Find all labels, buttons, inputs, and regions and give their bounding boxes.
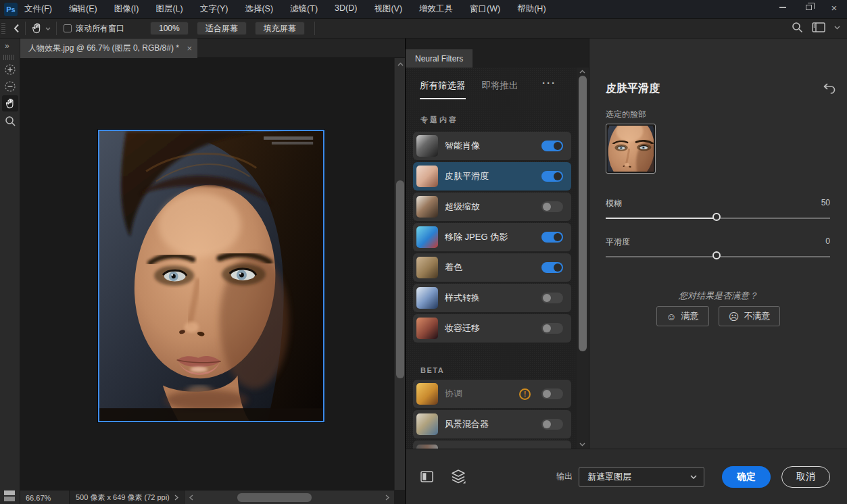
chevron-down-icon[interactable] — [834, 26, 840, 30]
fit-screen-button[interactable]: 适合屏幕 — [197, 22, 247, 35]
zoom-out-button[interactable] — [2, 78, 18, 95]
layers-icon[interactable] — [451, 470, 466, 484]
filter-thumbnail — [416, 383, 438, 405]
scroll-all-windows-label: 滚动所有窗口 — [76, 23, 124, 34]
feedback-question: 您对结果是否满意？ — [589, 290, 847, 302]
smoothness-slider[interactable] — [606, 251, 830, 261]
filter-toggle[interactable] — [541, 171, 563, 182]
tab-all-filters[interactable]: 所有筛选器 — [420, 80, 466, 99]
menu-select[interactable]: 选择(S) — [245, 3, 273, 15]
scroll-all-windows-checkbox[interactable] — [64, 24, 72, 32]
filter-item-partial[interactable] — [413, 440, 571, 449]
menu-filter[interactable]: 滤镜(T) — [290, 3, 318, 15]
filter-thumbnail — [416, 287, 438, 309]
skin-smoothing-settings-panel: 皮肤平滑度 选定的脸部 模糊 50 平滑度 0 您对结果是否满意？ ☺ 满意 — [589, 39, 847, 449]
chevron-down-icon[interactable] — [45, 27, 51, 30]
filter-scroll-thumb[interactable] — [579, 76, 587, 351]
filter-item-super-zoom[interactable]: 超级缩放 — [413, 193, 571, 221]
tab-close-icon[interactable]: × — [187, 43, 192, 53]
document-image[interactable] — [98, 130, 324, 422]
filter-toggle[interactable] — [541, 232, 563, 243]
blur-slider-handle[interactable] — [712, 213, 721, 221]
menu-edit[interactable]: 编辑(E) — [69, 3, 97, 15]
filter-toggle[interactable] — [541, 323, 563, 334]
filter-item-jpeg-artifacts-removal[interactable]: 移除 JPEG 伪影 — [413, 223, 571, 251]
filter-toggle[interactable] — [541, 293, 563, 303]
canvas-area[interactable] — [20, 58, 394, 490]
zoom-100-button[interactable]: 100% — [150, 22, 189, 35]
more-options-icon[interactable]: ··· — [542, 77, 556, 89]
separator — [56, 22, 57, 35]
back-chevron-icon[interactable] — [14, 24, 20, 33]
menu-window[interactable]: 窗口(W) — [470, 3, 500, 15]
expand-panels-icon[interactable]: » — [5, 41, 9, 51]
smoothness-slider-handle[interactable] — [712, 251, 721, 259]
background-color-swatch[interactable] — [4, 497, 15, 501]
hand-tool-button[interactable] — [2, 95, 18, 111]
menu-type[interactable]: 文字(Y) — [200, 3, 228, 15]
photoshop-logo: Ps — [4, 3, 18, 16]
filter-item-harmonization[interactable]: 协调 ! — [413, 380, 571, 408]
restore-button[interactable] — [796, 0, 821, 15]
canvas-vertical-scrollbar[interactable] — [394, 58, 405, 490]
filter-thumbnail — [416, 166, 438, 187]
before-after-preview-icon[interactable] — [420, 470, 433, 483]
document-tab[interactable]: 人物效果.jpg @ 66.7% (图层 0, RGB/8#) * × — [20, 39, 197, 58]
filter-thumbnail — [416, 196, 438, 218]
vertical-scroll-thumb[interactable] — [396, 180, 404, 378]
menu-3d[interactable]: 3D(D) — [335, 3, 357, 15]
scroll-down-icon[interactable] — [578, 443, 586, 447]
output-dropdown-value: 新遮罩图层 — [587, 471, 690, 483]
filter-item-style-transfer[interactable]: 样式转换 — [413, 284, 571, 312]
scroll-up-icon[interactable] — [578, 70, 586, 74]
filter-toggle[interactable] — [541, 262, 563, 273]
blur-slider[interactable] — [606, 213, 830, 223]
filter-toggle[interactable] — [541, 388, 563, 399]
reset-icon[interactable] — [823, 83, 836, 95]
filter-toggle[interactable] — [541, 419, 563, 430]
tab-coming-soon[interactable]: 即将推出 — [482, 80, 518, 99]
menu-view[interactable]: 视图(V) — [374, 3, 402, 15]
filter-item-skin-smoothing[interactable]: 皮肤平滑度 — [413, 162, 571, 191]
canvas-horizontal-scrollbar[interactable] — [184, 490, 394, 504]
smiley-icon: ☺ — [667, 311, 677, 322]
horizontal-scroll-thumb[interactable] — [237, 493, 312, 502]
filter-item-landscape-mixer[interactable]: 风景混合器 — [413, 410, 571, 438]
filter-toggle[interactable] — [541, 141, 563, 151]
menu-file[interactable]: 文件(F) — [24, 3, 52, 15]
selected-face-thumbnail[interactable] — [606, 124, 656, 174]
menu-help[interactable]: 帮助(H) — [517, 3, 546, 15]
workspace-icon[interactable] — [812, 22, 825, 32]
neural-filters-footer: 输出 新遮罩图层 确定 取消 — [405, 449, 847, 504]
neural-filters-list: 所有筛选器 即将推出 ··· 专题内容 智能肖像 皮肤平滑度 超级缩放 移除 J… — [405, 68, 577, 449]
filter-thumbnail — [416, 226, 438, 248]
menu-layer[interactable]: 图层(L) — [155, 3, 183, 15]
filter-item-colorize[interactable]: 着色 — [413, 253, 571, 282]
filter-thumbnail — [416, 318, 438, 339]
filter-item-smart-portrait[interactable]: 智能肖像 — [413, 132, 571, 160]
filter-toggle[interactable] — [541, 201, 563, 212]
menu-image[interactable]: 图像(I) — [114, 3, 139, 15]
satisfied-button[interactable]: ☺ 满意 — [656, 306, 709, 326]
output-dropdown[interactable]: 新遮罩图层 — [579, 467, 704, 487]
selected-face-label: 选定的脸部 — [606, 109, 646, 120]
filter-list-scrollbar[interactable] — [577, 68, 589, 449]
filter-item-makeup-transfer[interactable]: 妆容迁移 — [413, 314, 571, 343]
neural-filters-panel-tab[interactable]: Neural Filters — [406, 49, 473, 68]
unsatisfied-button[interactable]: ☹ 不满意 — [719, 306, 781, 326]
fill-screen-button[interactable]: 填充屏幕 — [255, 22, 305, 35]
scroll-left-icon[interactable] — [187, 493, 195, 502]
foreground-color-swatch[interactable] — [4, 490, 15, 495]
zoom-level-field[interactable]: 66.67% — [20, 490, 70, 504]
menu-plugins[interactable]: 增效工具 — [419, 3, 453, 15]
cancel-button[interactable]: 取消 — [781, 466, 830, 488]
scroll-up-icon[interactable] — [396, 62, 404, 66]
zoom-tool-button[interactable] — [2, 113, 18, 129]
minimize-button[interactable] — [770, 0, 796, 15]
scroll-right-icon[interactable] — [383, 493, 391, 502]
close-button[interactable]: × — [821, 0, 847, 15]
status-chevron-icon[interactable] — [174, 490, 178, 504]
zoom-in-button[interactable] — [2, 61, 18, 78]
search-icon[interactable] — [792, 22, 803, 33]
ok-button[interactable]: 确定 — [722, 466, 771, 488]
